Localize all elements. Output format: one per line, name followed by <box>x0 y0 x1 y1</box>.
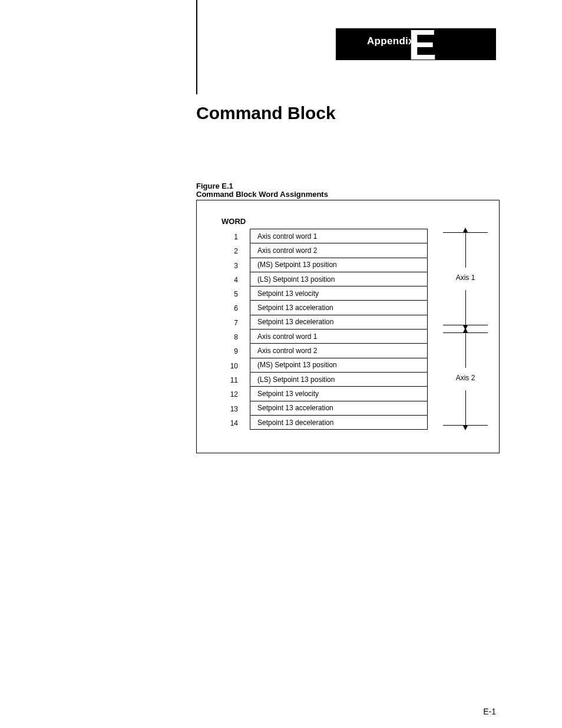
word-number: 7 <box>214 316 240 330</box>
axis1-label: Axis 1 <box>443 274 488 282</box>
table-cell: (MS) Setpoint 13 position <box>250 258 427 272</box>
table-cell: Setpoint 13 velocity <box>250 286 427 301</box>
word-number-column: 1 2 3 4 5 6 7 8 9 10 11 12 13 14 <box>214 230 240 430</box>
table-cell: (LS) Setpoint 13 position <box>250 373 427 387</box>
word-number: 4 <box>214 273 240 287</box>
word-number: 2 <box>214 244 240 258</box>
word-number: 13 <box>214 402 240 416</box>
word-number: 10 <box>214 359 240 373</box>
word-number: 9 <box>214 344 240 358</box>
table-cell: Setpoint 13 velocity <box>250 387 427 401</box>
arrow-up-icon <box>463 328 468 332</box>
page: Appendix E Command Block Figure E.1 Comm… <box>0 0 562 728</box>
word-column-header: WORD <box>222 217 246 226</box>
word-number: 3 <box>214 259 240 273</box>
axis1-bracket: Axis 1 <box>443 229 488 329</box>
word-number: 6 <box>214 301 240 315</box>
page-number: E-1 <box>483 707 496 716</box>
bracket-line <box>465 290 466 325</box>
word-number: 1 <box>214 230 240 244</box>
appendix-letter: E <box>408 24 437 66</box>
word-number: 8 <box>214 330 240 344</box>
figure-caption-number: Figure E.1 <box>196 182 233 190</box>
arrow-down-icon <box>463 426 468 430</box>
table-cell: Setpoint 13 deceleration <box>250 315 427 330</box>
table-cell: (MS) Setpoint 13 position <box>250 358 427 373</box>
word-number: 12 <box>214 387 240 401</box>
word-number: 11 <box>214 373 240 387</box>
axis2-bracket: Axis 2 <box>443 329 488 429</box>
figure-caption-title: Command Block Word Assignments <box>196 190 328 199</box>
word-description-column: Axis control word 1 Axis control word 2 … <box>250 229 428 430</box>
table-cell: Setpoint 13 deceleration <box>250 416 427 430</box>
table-cell: Axis control word 1 <box>250 229 427 243</box>
axis2-label: Axis 2 <box>443 374 488 382</box>
arrow-up-icon <box>463 228 468 232</box>
bracket-line <box>465 390 466 426</box>
table-cell: Setpoint 13 acceleration <box>250 401 427 416</box>
table-cell: Axis control word 1 <box>250 330 427 344</box>
vertical-divider <box>196 0 197 94</box>
table-cell: Axis control word 2 <box>250 344 427 358</box>
appendix-label: Appendix <box>367 35 414 47</box>
table-cell: Axis control word 2 <box>250 243 427 258</box>
bracket-line <box>465 332 466 368</box>
word-number: 14 <box>214 416 240 430</box>
page-title: Command Block <box>196 103 336 123</box>
table-cell: Setpoint 13 acceleration <box>250 301 427 315</box>
bracket-line <box>465 232 466 268</box>
table-cell: (LS) Setpoint 13 position <box>250 272 427 286</box>
word-number: 5 <box>214 287 240 301</box>
